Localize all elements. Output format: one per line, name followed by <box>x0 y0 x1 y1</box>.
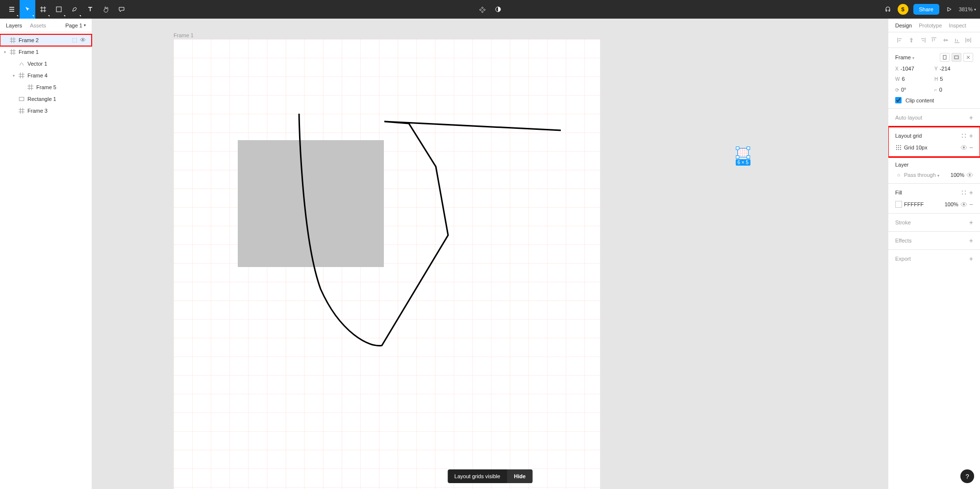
height-input[interactable] <box>940 76 980 82</box>
frame-1-label[interactable]: Frame 1 <box>174 32 194 38</box>
fill-visibility-icon[interactable] <box>960 201 967 208</box>
assets-tab[interactable]: Assets <box>30 23 46 28</box>
resize-handle-tr[interactable] <box>747 147 750 150</box>
svg-point-26 <box>965 194 966 195</box>
layer-frame-2[interactable]: Frame 2 ⬚ <box>0 34 92 46</box>
page-selector[interactable]: Page 1▾ <box>65 23 86 28</box>
svg-point-14 <box>900 145 901 146</box>
layer-frame-4[interactable]: ▾ Frame 4 <box>0 70 92 81</box>
frame-2-selected[interactable]: 6 × 5 <box>737 148 749 157</box>
rectangle-shape[interactable] <box>238 140 384 267</box>
effects-section: Effects + <box>888 232 980 250</box>
vector-icon <box>19 61 25 67</box>
chevron-down-icon: ▾ <box>974 7 976 12</box>
mask-icon[interactable] <box>493 0 503 19</box>
y-input[interactable] <box>940 66 980 72</box>
toast-hide-button[interactable]: Hide <box>507 469 532 483</box>
component-icon[interactable] <box>477 0 487 19</box>
radius-input[interactable] <box>939 87 980 93</box>
prototype-tab[interactable]: Prototype <box>919 23 942 28</box>
layer-rectangle-1[interactable]: Rectangle 1 <box>0 93 92 105</box>
remove-grid-button[interactable]: − <box>969 144 973 151</box>
add-effect-button[interactable]: + <box>969 237 973 244</box>
resize-handle-bl[interactable] <box>736 155 739 159</box>
distribute-icon[interactable] <box>965 37 972 44</box>
fill-opacity[interactable]: 100% <box>945 201 958 207</box>
align-bottom-icon[interactable] <box>954 37 960 44</box>
orientation-portrait[interactable] <box>940 53 950 62</box>
lock-icon[interactable]: ⬚ <box>72 37 77 44</box>
remove-fill-button[interactable]: − <box>969 200 973 208</box>
layout-grid-styles-icon[interactable] <box>960 132 967 139</box>
comment-tool[interactable] <box>114 0 129 19</box>
move-tool[interactable] <box>20 0 35 19</box>
headphones-icon[interactable] <box>883 0 893 19</box>
auto-layout-title: Auto layout <box>895 115 967 121</box>
clip-content-checkbox[interactable] <box>895 97 902 103</box>
layer-name: Frame 2 <box>19 37 39 43</box>
add-layout-grid-button[interactable]: + <box>969 132 973 140</box>
design-tab[interactable]: Design <box>895 23 912 28</box>
layer-visibility-icon[interactable] <box>966 171 973 178</box>
frame-title[interactable]: Frame ▾ <box>895 54 938 60</box>
present-button[interactable] <box>944 0 954 19</box>
svg-point-2 <box>82 39 84 41</box>
add-export-button[interactable]: + <box>969 255 973 263</box>
svg-point-21 <box>963 147 965 148</box>
share-button[interactable]: Share <box>913 4 939 15</box>
add-stroke-button[interactable]: + <box>969 219 973 226</box>
layer-frame-3[interactable]: Frame 3 <box>0 105 92 117</box>
main-menu-button[interactable] <box>4 0 20 19</box>
frame-icon <box>10 37 16 43</box>
inspect-tab[interactable]: Inspect <box>949 23 966 28</box>
frame-tool[interactable] <box>35 0 51 19</box>
hand-tool[interactable] <box>98 0 114 19</box>
resize-handle-tl[interactable] <box>736 147 739 150</box>
layer-frame-5[interactable]: Frame 5 <box>0 81 92 93</box>
fill-section: Fill + FFFFFF 100% − <box>888 184 980 214</box>
shape-tool[interactable] <box>51 0 67 19</box>
svg-rect-0 <box>56 7 61 12</box>
layer-name: Frame 1 <box>19 49 39 55</box>
grid-visibility-icon[interactable] <box>960 144 967 151</box>
layer-frame-1[interactable]: ▾ Frame 1 <box>0 46 92 58</box>
zoom-dropdown[interactable]: 381%▾ <box>959 6 976 12</box>
toolbar-left <box>4 0 129 19</box>
resize-to-fit[interactable] <box>963 53 973 62</box>
align-left-icon[interactable] <box>897 37 904 44</box>
blend-mode[interactable]: Pass through ▾ <box>904 172 949 178</box>
canvas[interactable]: Frame 1 6 × 5 <box>92 19 888 489</box>
help-button[interactable]: ? <box>960 469 974 483</box>
y-label: Y <box>934 66 938 72</box>
align-top-icon[interactable] <box>930 37 937 44</box>
left-panel: Layers Assets Page 1▾ Frame 2 ⬚ ▾ Frame … <box>0 19 92 489</box>
svg-rect-5 <box>955 56 958 59</box>
align-hcenter-icon[interactable] <box>908 37 915 44</box>
fill-hex[interactable]: FFFFFF <box>904 201 943 207</box>
add-auto-layout-button[interactable]: + <box>969 114 973 122</box>
expand-icon[interactable]: ▾ <box>4 50 9 54</box>
orientation-landscape[interactable] <box>952 53 961 62</box>
svg-point-22 <box>969 174 971 176</box>
layer-vector-1[interactable]: Vector 1 <box>0 58 92 70</box>
fill-color-swatch[interactable] <box>895 201 902 208</box>
layout-grid-section: Layout grid + Grid 10px − <box>888 127 980 157</box>
frame-1[interactable] <box>174 39 600 489</box>
align-vcenter-icon[interactable] <box>942 37 949 44</box>
grid-icon[interactable] <box>895 144 902 151</box>
visibility-icon[interactable] <box>80 37 86 44</box>
layers-list: Frame 2 ⬚ ▾ Frame 1 Vector 1 ▾ Frame 4 F… <box>0 32 92 119</box>
add-fill-button[interactable]: + <box>969 189 973 196</box>
fill-styles-icon[interactable] <box>960 189 967 196</box>
text-tool[interactable] <box>82 0 98 19</box>
layer-opacity[interactable]: 100% <box>951 172 964 178</box>
layers-tab[interactable]: Layers <box>6 23 22 28</box>
user-avatar[interactable]: S <box>898 4 908 15</box>
pen-tool[interactable] <box>67 0 82 19</box>
resize-handle-br[interactable] <box>747 155 750 159</box>
right-panel-tabs: Design Prototype Inspect <box>888 19 980 32</box>
grid-item-label[interactable]: Grid 10px <box>904 145 958 150</box>
align-right-icon[interactable] <box>919 37 926 44</box>
expand-icon[interactable]: ▾ <box>13 73 18 78</box>
svg-point-24 <box>965 191 966 192</box>
